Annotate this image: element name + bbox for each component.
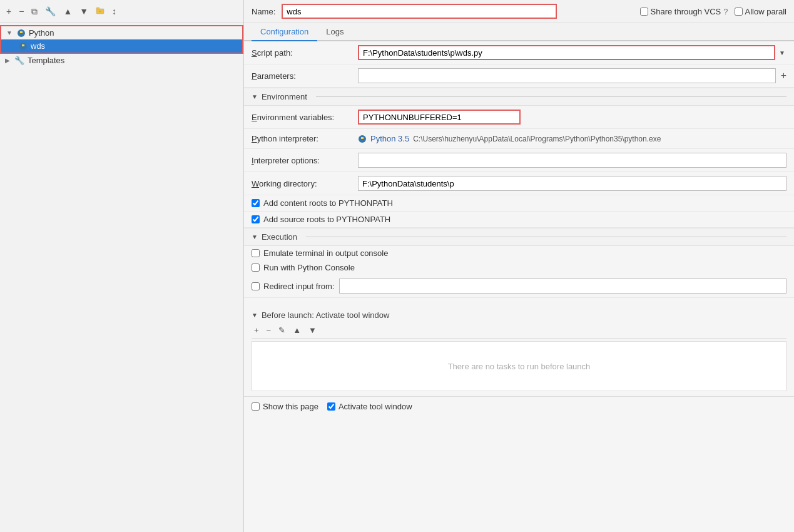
python-interp-row: Python interpreter: Python 3.5 C:\Users\…: [244, 129, 794, 149]
share-vcs-group: Share through VCS ?: [640, 7, 728, 16]
working-dir-input[interactable]: [358, 176, 786, 191]
redirect-input-row: Redirect input from:: [244, 275, 794, 298]
script-path-row: Script path: ▼: [244, 41, 794, 64]
environment-section-header[interactable]: ▼ Environment: [244, 88, 794, 106]
show-page-checkbox[interactable]: [252, 402, 260, 411]
env-vars-value: [358, 110, 786, 125]
add-content-roots-checkbox[interactable]: [252, 199, 260, 207]
settings-button[interactable]: 🔧: [43, 6, 58, 17]
script-path-label: Script path:: [252, 48, 358, 58]
env-collapse-arrow: ▼: [252, 93, 258, 100]
run-python-console-row: Run with Python Console: [244, 260, 794, 275]
activate-tool-window-checkbox[interactable]: [327, 402, 335, 411]
env-vars-input[interactable]: [358, 110, 521, 125]
allow-parallel-label: Allow parall: [745, 7, 786, 16]
emulate-terminal-checkbox[interactable]: [252, 249, 260, 257]
redirect-input-field[interactable]: [339, 279, 786, 294]
templates-label: Templates: [28, 56, 64, 65]
python-interp-label: Python interpreter:: [252, 134, 358, 143]
before-launch-section: ▼ Before launch: Activate tool window + …: [244, 305, 794, 396]
python-group-item[interactable]: ▼ Python: [1, 26, 242, 39]
interp-options-row: Interpreter options:: [244, 149, 794, 172]
left-toolbar: + − ⧉ 🔧 ▲ ▼ ↕: [0, 0, 243, 23]
parameters-row: Parameters: +: [244, 64, 794, 88]
bl-remove-button[interactable]: −: [264, 325, 274, 335]
bottom-checkboxes: Show this page Activate tool window: [244, 396, 794, 416]
interp-options-value: [358, 153, 786, 168]
execution-section-header[interactable]: ▼ Execution: [244, 228, 794, 246]
wrench-icon: 🔧: [14, 56, 24, 65]
add-content-roots-label: Add content roots to PYTHONPATH: [263, 198, 393, 208]
bl-add-button[interactable]: +: [252, 325, 262, 335]
help-icon[interactable]: ?: [723, 7, 728, 16]
sort-button[interactable]: ↕: [109, 6, 119, 17]
name-input[interactable]: [282, 4, 557, 19]
before-launch-toolbar: + − ✎ ▲ ▼: [252, 322, 786, 339]
add-config-button[interactable]: +: [4, 6, 14, 17]
python-group: ▼ Python wds: [0, 25, 243, 54]
svg-rect-1: [96, 8, 99, 9]
wds-item[interactable]: wds: [1, 39, 242, 53]
allow-parallel-group: Allow parall: [735, 7, 786, 16]
interp-options-label: Interpreter options:: [252, 156, 358, 165]
env-vars-label: Environment variables:: [252, 113, 358, 122]
before-launch-empty-text: There are no tasks to run before launch: [448, 362, 591, 371]
emulate-terminal-label: Emulate terminal in output console: [263, 248, 388, 258]
exec-collapse-arrow: ▼: [252, 233, 258, 240]
templates-expand-arrow: ▶: [5, 57, 10, 64]
script-path-dropdown[interactable]: ▼: [778, 48, 786, 58]
interp-name: Python 3.5: [370, 134, 409, 143]
activate-tool-window-item: Activate tool window: [327, 402, 412, 411]
before-launch-label: Before launch: Activate tool window: [262, 310, 390, 320]
working-dir-value: [358, 176, 786, 191]
add-source-roots-row: Add source roots to PYTHONPATH: [244, 212, 794, 228]
move-up-button[interactable]: ▲: [61, 6, 74, 17]
bl-up-button[interactable]: ▲: [290, 325, 303, 335]
allow-parallel-checkbox[interactable]: [735, 8, 743, 16]
tab-configuration[interactable]: Configuration: [252, 23, 317, 41]
show-page-label: Show this page: [263, 402, 318, 411]
interp-options-input[interactable]: [358, 153, 786, 168]
tabs-bar: Configuration Logs: [244, 23, 794, 41]
name-label: Name:: [252, 7, 275, 16]
parameters-value: [358, 68, 776, 83]
wds-python-icon: [19, 42, 28, 51]
left-panel: + − ⧉ 🔧 ▲ ▼ ↕ ▼: [0, 0, 244, 532]
script-path-value: ▼: [358, 45, 786, 60]
run-python-console-checkbox[interactable]: [252, 263, 260, 272]
run-python-console-label: Run with Python Console: [263, 263, 355, 272]
env-vars-row: Environment variables:: [244, 106, 794, 129]
add-parameter-button[interactable]: +: [781, 70, 786, 81]
add-content-roots-row: Add content roots to PYTHONPATH: [244, 195, 794, 212]
script-path-input[interactable]: [358, 45, 775, 60]
move-down-button[interactable]: ▼: [77, 6, 91, 17]
emulate-terminal-row: Emulate terminal in output console: [244, 246, 794, 260]
working-dir-label: Working directory:: [252, 179, 358, 188]
interp-python-icon: [358, 135, 367, 143]
remove-config-button[interactable]: −: [16, 6, 26, 17]
folder-button[interactable]: [93, 5, 107, 18]
tab-logs[interactable]: Logs: [317, 23, 352, 41]
bl-edit-button[interactable]: ✎: [276, 325, 288, 335]
parameters-input[interactable]: [358, 68, 776, 83]
interp-path: C:\Users\huzhenyu\AppData\Local\Programs…: [413, 135, 661, 143]
tree-area: ▼ Python wds ▶: [0, 23, 243, 532]
python-interp-value: Python 3.5 C:\Users\huzhenyu\AppData\Loc…: [358, 134, 786, 143]
header-bar: Name: Share through VCS ? Allow parall: [244, 0, 794, 23]
redirect-input-label: Redirect input from:: [263, 282, 334, 291]
expand-arrow: ▼: [6, 29, 13, 36]
python-logo-icon: [17, 29, 26, 38]
wds-item-label: wds: [31, 41, 45, 51]
templates-item[interactable]: ▶ 🔧 Templates: [0, 54, 243, 67]
copy-config-button[interactable]: ⧉: [29, 6, 40, 17]
share-vcs-checkbox[interactable]: [640, 8, 648, 16]
before-launch-empty-area: There are no tasks to run before launch: [252, 341, 786, 391]
bl-down-button[interactable]: ▼: [306, 325, 319, 335]
before-launch-header: ▼ Before launch: Activate tool window: [252, 310, 786, 320]
environment-label: Environment: [262, 92, 307, 101]
add-source-roots-checkbox[interactable]: [252, 215, 260, 223]
config-content: Script path: ▼ Parameters: +: [244, 41, 794, 532]
working-dir-row: Working directory:: [244, 172, 794, 195]
before-launch-collapse-arrow: ▼: [252, 312, 258, 319]
redirect-input-checkbox[interactable]: [252, 282, 260, 290]
